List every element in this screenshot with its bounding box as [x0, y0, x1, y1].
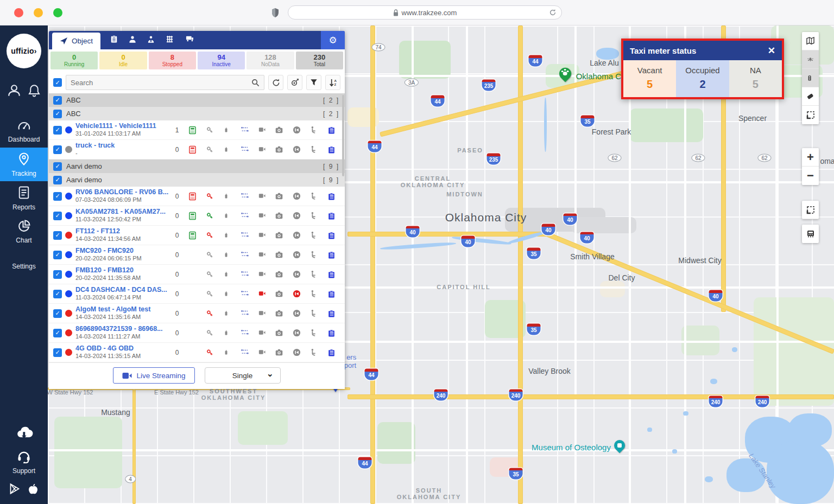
vehicle-checkbox[interactable]: ✓	[53, 290, 62, 298]
sidebar-item-settings[interactable]: Settings	[0, 248, 48, 282]
seat-icon[interactable]	[307, 125, 321, 136]
playback-icon[interactable]	[289, 347, 304, 358]
street-cam-button[interactable]	[802, 50, 819, 69]
sidebar-item-support[interactable]: Support	[12, 449, 35, 475]
battery-icon[interactable]	[220, 328, 234, 339]
vehicle-checkbox[interactable]: ✓	[53, 309, 62, 318]
key-icon[interactable]	[203, 250, 217, 260]
status-nodata[interactable]: 128NoData	[247, 52, 294, 69]
video-camera-icon[interactable]	[255, 289, 269, 299]
clipboard-icon[interactable]	[324, 289, 338, 299]
playback-icon[interactable]	[289, 289, 304, 299]
group-row[interactable]: ✓ Aarvi demo [ 9 ]	[49, 160, 345, 173]
seat-icon[interactable]	[307, 308, 321, 319]
seat-icon[interactable]	[307, 210, 321, 221]
vehicle-name[interactable]: FT112 - FT112	[75, 227, 169, 236]
panel-settings-button[interactable]: ⚙	[321, 31, 345, 49]
battery-icon[interactable]	[220, 125, 234, 136]
group-checkbox[interactable]: ✓	[53, 110, 62, 118]
seat-icon[interactable]	[307, 230, 321, 241]
camera-icon[interactable]	[272, 347, 286, 358]
sidebar-item-tracking[interactable]: Tracking	[0, 148, 48, 181]
camera-icon[interactable]	[272, 191, 286, 202]
zoom-in-button[interactable]: +	[802, 148, 819, 167]
vehicle-checkbox[interactable]: ✓	[53, 126, 62, 135]
frame-select-button[interactable]	[802, 106, 819, 124]
camera-icon[interactable]	[272, 230, 286, 241]
key-icon[interactable]	[203, 308, 217, 319]
eraser-button[interactable]	[802, 87, 819, 106]
clipboard-icon[interactable]	[324, 328, 338, 339]
camera-icon[interactable]	[272, 269, 286, 280]
vehicle-row[interactable]: ✓ Vehicle1111 - Vehicle1111 31-01-2024 1…	[49, 120, 345, 140]
key-icon[interactable]	[203, 269, 217, 280]
route-icon[interactable]	[237, 125, 251, 136]
clipboard-icon[interactable]	[324, 144, 338, 155]
status-running[interactable]: 0Running	[50, 52, 98, 69]
apple-icon[interactable]	[28, 482, 39, 497]
meter-icon[interactable]	[185, 210, 199, 221]
group-checkbox[interactable]: ✓	[53, 176, 62, 184]
cloud-download-icon[interactable]	[15, 425, 33, 442]
camera-icon[interactable]	[272, 125, 286, 136]
reload-icon[interactable]	[549, 9, 557, 18]
clipboard-icon[interactable]	[110, 35, 118, 46]
video-camera-icon[interactable]	[255, 250, 269, 260]
route-icon[interactable]	[237, 230, 251, 241]
sidebar-item-dashboard[interactable]: Dashboard	[0, 114, 48, 148]
driver-icon[interactable]	[129, 35, 136, 46]
vehicle-checkbox[interactable]: ✓	[53, 145, 62, 154]
playback-icon[interactable]	[289, 269, 304, 280]
battery-icon[interactable]	[220, 347, 234, 358]
battery-icon[interactable]	[220, 289, 234, 299]
seat-icon[interactable]	[307, 250, 321, 260]
traffic-light-button[interactable]	[802, 69, 819, 87]
search-box[interactable]	[66, 75, 264, 90]
google-play-icon[interactable]	[9, 483, 20, 497]
camera-icon[interactable]	[272, 144, 286, 155]
map-type-button[interactable]	[802, 32, 819, 50]
video-camera-icon[interactable]	[255, 230, 269, 241]
playback-icon[interactable]	[289, 308, 304, 319]
clipboard-icon[interactable]	[324, 250, 338, 260]
vehicle-row[interactable]: ✓ FT112 - FT112 14-03-2024 11:34:56 AM 0	[49, 226, 345, 245]
key-icon[interactable]	[203, 328, 217, 339]
route-icon[interactable]	[237, 289, 251, 299]
vehicle-name[interactable]: 869689043721539 - 86968...	[75, 325, 169, 334]
fit-screen-button[interactable]	[802, 201, 819, 219]
video-camera-icon[interactable]	[255, 347, 269, 358]
meter-icon[interactable]	[185, 144, 199, 155]
meter-icon[interactable]	[185, 328, 199, 339]
battery-icon[interactable]	[220, 230, 234, 241]
route-icon[interactable]	[237, 144, 251, 155]
vehicle-row[interactable]: ✓ truck - truck - 0	[49, 140, 345, 160]
meter-icon[interactable]	[185, 347, 199, 358]
clipboard-icon[interactable]	[324, 191, 338, 202]
vehicle-row[interactable]: ✓ KA05AM2781 - KA05AM27... 11-03-2024 12…	[49, 206, 345, 226]
group-checkbox[interactable]: ✓	[53, 162, 62, 171]
live-streaming-button[interactable]: Live Streaming	[113, 367, 194, 384]
meter-icon[interactable]	[185, 269, 199, 280]
vehicle-name[interactable]: RV06 BANGLORE - RV06 B...	[75, 188, 169, 197]
seat-icon[interactable]	[307, 269, 321, 280]
group-row[interactable]: ✓ ABC [ 2 ]	[49, 93, 345, 107]
status-idle[interactable]: 0Idle	[99, 52, 147, 69]
refresh-button[interactable]	[268, 75, 283, 90]
playback-icon[interactable]	[289, 125, 304, 136]
battery-icon[interactable]	[220, 191, 234, 202]
key-icon[interactable]	[203, 347, 217, 358]
vehicle-row[interactable]: ✓ 869689043721539 - 86968... 14-03-2024 …	[49, 323, 345, 343]
group-row[interactable]: ✓ ABC [ 2 ]	[49, 107, 345, 120]
route-icon[interactable]	[237, 250, 251, 260]
meter-icon[interactable]	[185, 308, 199, 319]
technician-icon[interactable]	[147, 35, 155, 46]
camera-icon[interactable]	[272, 289, 286, 299]
seat-icon[interactable]	[307, 328, 321, 339]
battery-icon[interactable]	[220, 144, 234, 155]
camera-icon[interactable]	[272, 250, 286, 260]
vehicle-checkbox[interactable]: ✓	[53, 231, 62, 240]
video-camera-icon[interactable]	[255, 210, 269, 221]
vehicle-row[interactable]: ✓ FMC920 - FMC920 20-02-2024 06:06:15 PM…	[49, 245, 345, 265]
vehicle-name[interactable]: KA05AM2781 - KA05AM27...	[75, 208, 169, 216]
key-icon[interactable]	[203, 125, 217, 136]
